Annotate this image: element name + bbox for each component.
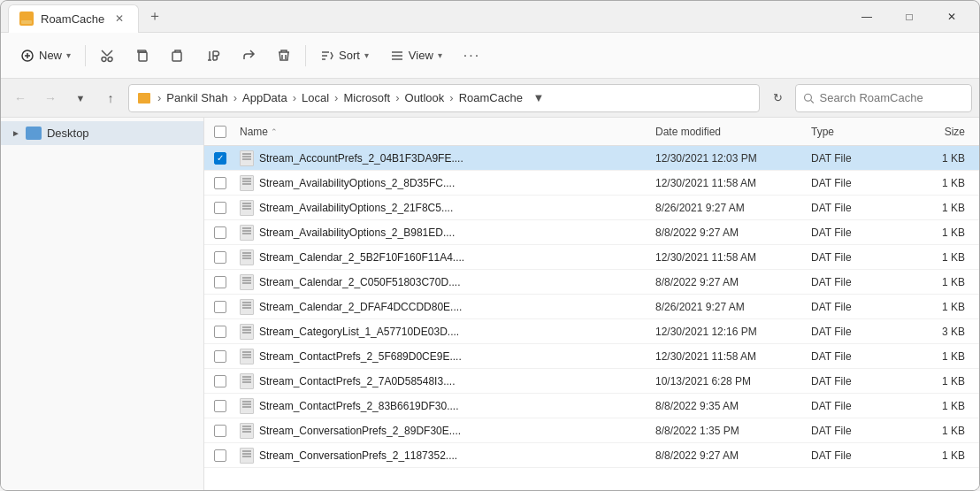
main-tab[interactable]: RoamCache ✕ bbox=[8, 4, 139, 33]
folder-icon bbox=[19, 12, 34, 26]
file-type: DAT File bbox=[811, 449, 908, 462]
column-type[interactable]: Type bbox=[811, 126, 908, 138]
table-row[interactable]: Stream_AvailabilityOptions_2_21F8C5.... … bbox=[204, 196, 979, 220]
path-part-2[interactable]: AppData bbox=[242, 91, 287, 104]
file-name: Stream_AvailabilityOptions_2_B981ED.... bbox=[259, 226, 652, 239]
table-row[interactable]: Stream_AvailabilityOptions_2_B981ED.... … bbox=[204, 220, 979, 245]
file-type: DAT File bbox=[811, 425, 908, 437]
file-list-header: Name ⌃ Date modified Type Size bbox=[204, 118, 979, 146]
column-size[interactable]: Size bbox=[908, 126, 979, 138]
toolbar: New ▾ Sort ▾ View ▾ ··· bbox=[1, 33, 979, 79]
table-row[interactable]: Stream_AvailabilityOptions_2_8D35FC.... … bbox=[204, 171, 979, 196]
file-date: 8/8/2022 9:27 AM bbox=[652, 276, 811, 288]
row-checkbox[interactable] bbox=[214, 375, 226, 387]
row-checkbox[interactable] bbox=[214, 177, 226, 189]
file-type-icon bbox=[240, 373, 254, 389]
maximize-button[interactable]: □ bbox=[889, 3, 930, 31]
file-type: DAT File bbox=[811, 202, 908, 214]
new-button[interactable]: New ▾ bbox=[11, 43, 80, 68]
search-input[interactable] bbox=[820, 91, 964, 104]
path-part-1[interactable]: Pankil Shah bbox=[166, 91, 227, 104]
table-row[interactable]: Stream_CategoryList_1_A57710DE03D.... 12… bbox=[204, 319, 979, 344]
table-row[interactable]: Stream_AccountPrefs_2_04B1F3DA9FE.... 12… bbox=[204, 146, 979, 171]
path-part-5[interactable]: Outlook bbox=[405, 91, 445, 104]
file-type: DAT File bbox=[811, 251, 908, 264]
path-part-4[interactable]: Microsoft bbox=[343, 91, 390, 104]
table-row[interactable]: Stream_ContactPrefs_2_5F689D0CE9E.... 12… bbox=[204, 344, 979, 369]
copy-button[interactable] bbox=[126, 43, 158, 68]
file-type: DAT File bbox=[811, 301, 908, 313]
more-button[interactable]: ··· bbox=[455, 42, 489, 69]
file-type-icon bbox=[240, 274, 254, 290]
forward-button[interactable]: → bbox=[38, 86, 63, 111]
new-label: New bbox=[39, 49, 62, 62]
table-row[interactable]: Stream_ContactPrefs_2_7A0D58548I3.... 10… bbox=[204, 369, 979, 394]
table-row[interactable]: Stream_ConversationPrefs_2_89DF30E.... 8… bbox=[204, 418, 979, 443]
view-chevron: ▾ bbox=[438, 50, 442, 60]
minimize-button[interactable]: — bbox=[846, 3, 887, 31]
table-row[interactable]: Stream_ContactPrefs_2_83B6619DF30.... 8/… bbox=[204, 394, 979, 418]
sidebar: ► Desktop bbox=[1, 118, 204, 491]
path-part-6[interactable]: RoamCache bbox=[459, 91, 523, 104]
file-type-icon bbox=[240, 423, 254, 439]
paste-button[interactable] bbox=[162, 43, 194, 68]
table-row[interactable]: Stream_ConversationPrefs_2_1187352.... 8… bbox=[204, 443, 979, 468]
file-type-icon bbox=[240, 200, 254, 216]
header-checkbox[interactable] bbox=[214, 126, 226, 138]
path-part-3[interactable]: Local bbox=[302, 91, 329, 104]
path-dropdown-button[interactable]: ▼ bbox=[526, 86, 551, 111]
refresh-button[interactable]: ↻ bbox=[765, 86, 790, 111]
sort-arrow: ⌃ bbox=[271, 127, 278, 136]
file-type-icon bbox=[240, 175, 254, 191]
table-row[interactable]: Stream_Calendar_2_5B2F10F160F11A4.... 12… bbox=[204, 245, 979, 270]
sort-button[interactable]: Sort ▾ bbox=[311, 43, 378, 68]
row-checkbox[interactable] bbox=[214, 226, 226, 239]
back-button[interactable]: ← bbox=[8, 86, 33, 111]
svg-rect-5 bbox=[139, 52, 147, 61]
row-checkbox[interactable] bbox=[214, 400, 226, 412]
row-checkbox[interactable] bbox=[214, 202, 226, 214]
file-size: 1 KB bbox=[908, 301, 979, 313]
sidebar-item-desktop[interactable]: ► Desktop bbox=[1, 121, 203, 145]
row-checkbox[interactable] bbox=[214, 301, 226, 313]
row-checkbox[interactable] bbox=[214, 152, 226, 165]
row-checkbox[interactable] bbox=[214, 251, 226, 264]
table-row[interactable]: Stream_Calendar_2_DFAF4DCCDD80E.... 8/26… bbox=[204, 295, 979, 319]
row-checkbox[interactable] bbox=[214, 425, 226, 437]
delete-button[interactable] bbox=[268, 43, 300, 68]
row-checkbox[interactable] bbox=[214, 326, 226, 338]
row-checkbox[interactable] bbox=[214, 449, 226, 462]
row-checkbox[interactable] bbox=[214, 276, 226, 288]
file-size: 1 KB bbox=[908, 152, 979, 165]
main-content: ► Desktop Name ⌃ Date modified Type Size bbox=[1, 118, 979, 491]
svg-point-13 bbox=[805, 94, 812, 101]
share-button[interactable] bbox=[233, 43, 264, 68]
file-name: Stream_CategoryList_1_A57710DE03D.... bbox=[259, 326, 652, 338]
row-checkbox-col bbox=[204, 326, 236, 338]
search-box[interactable] bbox=[795, 84, 972, 112]
file-date: 8/26/2021 9:27 AM bbox=[652, 301, 811, 313]
title-bar: RoamCache ✕ ＋ — □ ✕ bbox=[1, 1, 979, 33]
history-button[interactable]: ▼ bbox=[68, 86, 93, 111]
close-button[interactable]: ✕ bbox=[931, 3, 972, 31]
file-type-icon bbox=[240, 299, 254, 315]
file-type: DAT File bbox=[811, 152, 908, 165]
file-size: 1 KB bbox=[908, 425, 979, 437]
file-size: 1 KB bbox=[908, 375, 979, 387]
address-path[interactable]: › Pankil Shah › AppData › Local › Micros… bbox=[128, 84, 760, 112]
file-size: 1 KB bbox=[908, 400, 979, 412]
column-date[interactable]: Date modified bbox=[652, 126, 811, 138]
svg-point-4 bbox=[108, 57, 112, 61]
view-button[interactable]: View ▾ bbox=[381, 43, 451, 68]
column-name[interactable]: Name ⌃ bbox=[236, 126, 652, 138]
cut-button[interactable] bbox=[91, 43, 123, 68]
up-button[interactable]: ↑ bbox=[98, 86, 123, 111]
table-row[interactable]: Stream_Calendar_2_C050F51803C70D.... 8/8… bbox=[204, 270, 979, 295]
svg-rect-6 bbox=[172, 52, 181, 61]
new-tab-button[interactable]: ＋ bbox=[142, 4, 167, 29]
tab-close-button[interactable]: ✕ bbox=[111, 11, 127, 27]
rename-button[interactable] bbox=[197, 43, 229, 68]
toolbar-divider-2 bbox=[305, 45, 306, 66]
file-size: 1 KB bbox=[908, 226, 979, 239]
row-checkbox[interactable] bbox=[214, 350, 226, 363]
